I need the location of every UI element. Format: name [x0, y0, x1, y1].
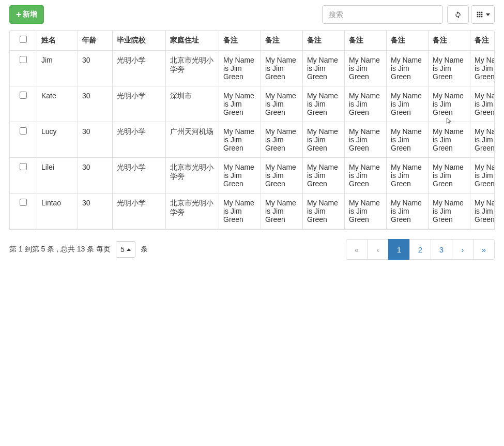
pagination-info-text: 第 1 到第 5 条 , 总共 13 条 每页 [9, 245, 111, 254]
cell-remark: My Name is Jim Green [261, 51, 303, 86]
cell-remark: My Name is Jim Green [345, 158, 387, 194]
cell-remark: My Name is Jim Green [261, 86, 303, 122]
cell-address: 深圳市 [166, 86, 219, 122]
header-remark[interactable]: 备注 [303, 31, 345, 51]
row-checkbox-cell [10, 122, 37, 158]
cell-remark: My Name is Jim Green [429, 51, 470, 86]
cell-remark: My Name is Jim Green [387, 86, 429, 122]
cell-remark: My Name is Jim Green [219, 194, 261, 229]
header-address[interactable]: 家庭住址 [166, 31, 219, 51]
search-input[interactable] [322, 5, 443, 24]
cell-remark: My Name is Jim Green [219, 51, 261, 86]
cell-remark: My Name is Jim Green [387, 122, 429, 158]
cell-name: Kate [37, 86, 78, 122]
cell-age: 30 [78, 51, 113, 86]
cell-school: 光明小学 [113, 51, 166, 86]
cell-remark: My Name is Jim Green [429, 86, 470, 122]
cell-age: 30 [78, 122, 113, 158]
header-school[interactable]: 毕业院校 [113, 31, 166, 51]
table-row: Jim30光明小学北京市光明小学旁My Name is Jim GreenMy … [10, 51, 495, 86]
cell-remark: My Name is Jim Green [303, 86, 345, 122]
table-row: Lucy30光明小学广州天河机场My Name is Jim GreenMy N… [10, 122, 495, 158]
cell-address: 广州天河机场 [166, 122, 219, 158]
cell-age: 30 [78, 194, 113, 229]
cell-address: 北京市光明小学旁 [166, 194, 219, 229]
page-first[interactable]: « [346, 239, 368, 260]
cell-remark: My Name is Jim Green [303, 51, 345, 86]
add-button-label: 新增 [23, 10, 37, 19]
table-row: Kate30光明小学深圳市My Name is Jim GreenMy Name… [10, 86, 495, 122]
cell-name: Lilei [37, 158, 78, 194]
row-checkbox-cell [10, 194, 37, 229]
row-checkbox-cell [10, 51, 37, 86]
header-remark[interactable]: 备注 [219, 31, 261, 51]
toolbar: + 新增 [9, 5, 495, 24]
row-checkbox[interactable] [20, 92, 27, 99]
cell-remark: My Name is Jim Green [470, 51, 495, 86]
header-remark[interactable]: 备注 [387, 31, 429, 51]
row-checkbox[interactable] [20, 127, 27, 135]
pagination-info: 第 1 到第 5 条 , 总共 13 条 每页 5 条 [9, 241, 148, 258]
header-remark[interactable]: 备注 [261, 31, 303, 51]
plus-icon: + [16, 10, 22, 19]
refresh-icon [454, 10, 462, 19]
row-checkbox[interactable] [20, 56, 27, 63]
cell-school: 光明小学 [113, 194, 166, 229]
cell-remark: My Name is Jim Green [470, 86, 495, 122]
cell-name: Lintao [37, 194, 78, 229]
data-table: 姓名 年龄 毕业院校 家庭住址 备注 备注 备注 备注 备注 备注 备注 备注 … [10, 31, 495, 229]
row-checkbox-cell [10, 158, 37, 194]
select-all-checkbox[interactable] [20, 36, 27, 43]
table-scroll-container[interactable]: 姓名 年龄 毕业院校 家庭住址 备注 备注 备注 备注 备注 备注 备注 备注 … [9, 30, 495, 230]
page-1[interactable]: 1 [388, 239, 410, 260]
page-3[interactable]: 3 [431, 239, 452, 260]
page-prev[interactable]: ‹ [367, 239, 389, 260]
page-2[interactable]: 2 [409, 239, 431, 260]
header-remark[interactable]: 备注 [345, 31, 387, 51]
cell-remark: My Name is Jim Green [387, 158, 429, 194]
cell-remark: My Name is Jim Green [470, 194, 495, 229]
cell-remark: My Name is Jim Green [219, 158, 261, 194]
refresh-button[interactable] [447, 5, 469, 24]
header-name[interactable]: 姓名 [37, 31, 78, 51]
header-remark[interactable]: 备注 [429, 31, 470, 51]
cell-remark: My Name is Jim Green [470, 122, 495, 158]
cell-school: 光明小学 [113, 158, 166, 194]
page-size-dropdown[interactable]: 5 [116, 241, 135, 258]
page-last[interactable]: » [473, 239, 495, 260]
row-checkbox[interactable] [20, 199, 27, 206]
cell-remark: My Name is Jim Green [345, 51, 387, 86]
cell-remark: My Name is Jim Green [261, 158, 303, 194]
cell-name: Lucy [37, 122, 78, 158]
cell-remark: My Name is Jim Green [219, 122, 261, 158]
row-checkbox[interactable] [20, 163, 27, 170]
cell-address: 北京市光明小学旁 [166, 158, 219, 194]
page-size-value: 5 [120, 245, 125, 254]
pagination-info-suffix: 条 [141, 245, 148, 254]
chevron-down-icon [486, 13, 490, 16]
cell-remark: My Name is Jim Green [303, 158, 345, 194]
cell-remark: My Name is Jim Green [429, 158, 470, 194]
cell-remark: My Name is Jim Green [429, 194, 470, 229]
page-next[interactable]: › [452, 239, 474, 260]
cell-remark: My Name is Jim Green [261, 122, 303, 158]
cell-remark: My Name is Jim Green [387, 51, 429, 86]
cell-remark: My Name is Jim Green [345, 194, 387, 229]
cell-remark: My Name is Jim Green [345, 122, 387, 158]
header-checkbox-cell [10, 31, 37, 51]
table-row: Lintao30光明小学北京市光明小学旁My Name is Jim Green… [10, 194, 495, 229]
header-remark[interactable]: 备注 [470, 31, 495, 51]
cell-age: 30 [78, 86, 113, 122]
cell-remark: My Name is Jim Green [345, 86, 387, 122]
cell-address: 北京市光明小学旁 [166, 51, 219, 86]
chevron-up-icon [127, 248, 131, 251]
cell-school: 光明小学 [113, 122, 166, 158]
columns-button[interactable] [471, 5, 495, 24]
cell-remark: My Name is Jim Green [303, 122, 345, 158]
header-age[interactable]: 年龄 [78, 31, 113, 51]
row-checkbox-cell [10, 86, 37, 122]
table-row: Lilei30光明小学北京市光明小学旁My Name is Jim GreenM… [10, 158, 495, 194]
cell-remark: My Name is Jim Green [470, 158, 495, 194]
add-button[interactable]: + 新增 [9, 5, 44, 24]
grid-icon [476, 10, 484, 19]
